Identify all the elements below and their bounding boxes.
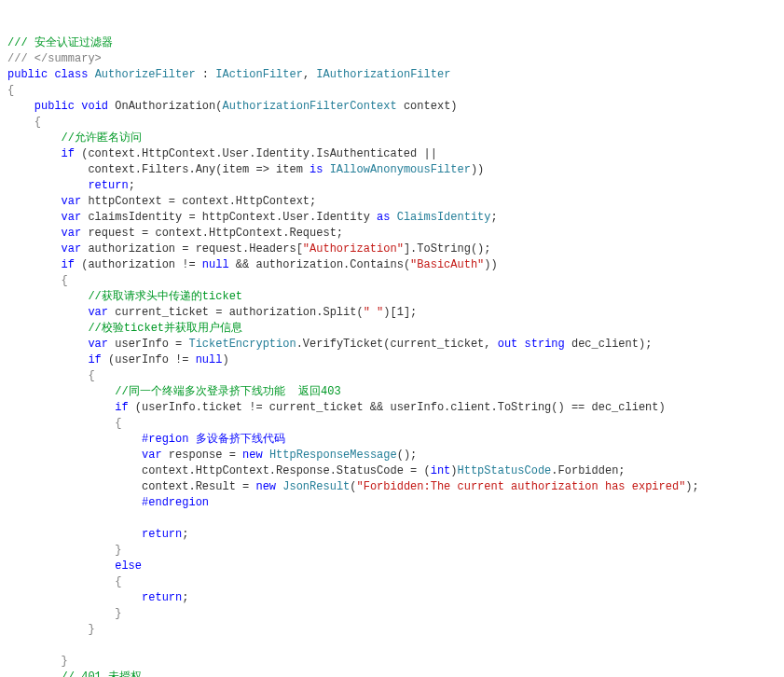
comment-allow-anonymous: //允许匿名访问 — [62, 131, 142, 145]
comment-401-unauthorized: // 401 未授权 — [62, 670, 142, 677]
code-text: httpContext = context.HttpContext; — [81, 195, 316, 208]
semicolon: ; — [182, 591, 188, 604]
keyword-var: var — [62, 242, 82, 256]
code-text: (userInfo.ticket != current_ticket && us… — [129, 401, 666, 414]
brace-close: } — [62, 655, 68, 668]
class-name-IActionFilter: IActionFilter — [215, 68, 303, 81]
keyword-var: var — [62, 227, 82, 240]
code-text: ) — [450, 464, 457, 477]
keyword-return: return — [142, 528, 182, 541]
keyword-public: public — [7, 68, 48, 81]
semicolon: ; — [129, 179, 135, 192]
keyword-null: null — [196, 353, 223, 366]
code-text: )) — [471, 163, 484, 176]
region-end: #endregion — [142, 496, 209, 509]
class-name-TicketEncryption: TicketEncryption — [188, 338, 296, 351]
keyword-out: out — [498, 338, 518, 351]
code-text: )[1]; — [383, 306, 417, 319]
comment-verify-ticket: //校验ticket并获取用户信息 — [88, 322, 242, 335]
code-text: (authorization != — [75, 258, 202, 271]
method-OnAuthorization: OnAuthorization — [115, 100, 215, 113]
keyword-string: string — [525, 338, 565, 351]
string-forbidden-expired: "Forbidden:The current authorization has… — [356, 480, 685, 493]
keyword-var: var — [62, 195, 82, 208]
class-name-AuthorizationFilterContext: AuthorizationFilterContext — [222, 100, 396, 113]
code-text: authorization = request.Headers[ — [81, 242, 303, 256]
keyword-var: var — [88, 338, 108, 351]
code-text: (); — [397, 449, 418, 462]
keyword-new: new — [255, 480, 276, 493]
string-authorization-header: "Authorization" — [303, 242, 404, 256]
keyword-null: null — [202, 258, 229, 271]
class-name-HttpStatusCode: HttpStatusCode — [458, 464, 552, 477]
class-name-IAllowAnonymousFilter: IAllowAnonymousFilter — [330, 163, 471, 176]
code-text: userInfo = — [108, 338, 188, 351]
string-basicauth: "BasicAuth" — [410, 258, 484, 271]
region-start: #region 多设备挤下线代码 — [142, 433, 285, 446]
keyword-if: if — [62, 147, 75, 160]
keyword-new: new — [242, 449, 263, 462]
keyword-class: class — [54, 68, 88, 81]
code-text: ) — [222, 353, 228, 366]
keyword-var: var — [62, 211, 82, 224]
brace-open: { — [115, 575, 121, 588]
code-text: dec_client); — [565, 338, 653, 351]
class-name-IAuthorizationFilter: IAuthorizationFilter — [316, 68, 450, 81]
code-text: ; — [491, 211, 498, 224]
class-name-AuthorizeFilter: AuthorizeFilter — [95, 68, 196, 81]
keyword-return: return — [142, 591, 182, 604]
brace-close: } — [115, 544, 121, 557]
semicolon: ; — [182, 528, 188, 541]
code-text: (userInfo != — [102, 353, 196, 366]
code-text: (context.HttpContext.User.Identity.IsAut… — [75, 147, 437, 160]
keyword-as: as — [377, 211, 390, 224]
brace-open: { — [115, 417, 121, 430]
code-text: )) — [484, 258, 497, 271]
code-text: claimsIdentity = httpContext.User.Identi… — [81, 211, 377, 224]
string-space: " " — [364, 306, 384, 319]
keyword-var: var — [142, 449, 162, 462]
xml-doc-summary-text: /// 安全认证过滤器 — [7, 36, 113, 49]
comment-same-terminal: //同一个终端多次登录挤下线功能 返回403 — [115, 385, 340, 398]
keyword-public: public — [34, 100, 75, 113]
brace-open: { — [7, 84, 14, 97]
code-text: .Forbidden; — [551, 464, 625, 477]
keyword-var: var — [88, 306, 108, 319]
code-text: context.Filters.Any(item => item — [88, 163, 309, 176]
code-text: .VerifyTicket(current_ticket, — [296, 338, 498, 351]
code-text: context.Result = — [142, 480, 255, 493]
brace-open: { — [88, 369, 94, 382]
code-text: ].ToString(); — [404, 242, 491, 256]
brace-close: } — [88, 623, 94, 636]
keyword-return: return — [88, 179, 128, 192]
code-text: ); — [685, 480, 698, 493]
keyword-void: void — [81, 100, 108, 113]
code-text: context.HttpContext.Response.StatusCode … — [142, 464, 431, 477]
keyword-int: int — [431, 464, 451, 477]
brace-open: { — [34, 116, 41, 129]
keyword-if: if — [62, 258, 75, 271]
code-text: current_ticket = authorization.Split( — [108, 306, 364, 319]
keyword-if: if — [88, 353, 101, 366]
code-text: request = context.HttpContext.Request; — [81, 227, 343, 240]
keyword-if: if — [115, 401, 128, 414]
code-text: response = — [162, 449, 242, 462]
class-name-JsonResult: JsonResult — [282, 480, 350, 493]
xml-doc-summary-close: /// </summary> — [7, 52, 102, 65]
keyword-else: else — [115, 560, 142, 573]
code-block: /// 安全认证过滤器 /// </summary> public class … — [7, 35, 777, 677]
keyword-is: is — [309, 163, 323, 176]
class-name-HttpResponseMessage: HttpResponseMessage — [269, 449, 397, 462]
comment-get-ticket: //获取请求头中传递的ticket — [88, 290, 242, 303]
brace-close: } — [115, 607, 121, 620]
brace-open: { — [62, 274, 68, 287]
class-name-ClaimsIdentity: ClaimsIdentity — [397, 211, 491, 224]
code-text: && authorization.Contains( — [229, 258, 410, 271]
